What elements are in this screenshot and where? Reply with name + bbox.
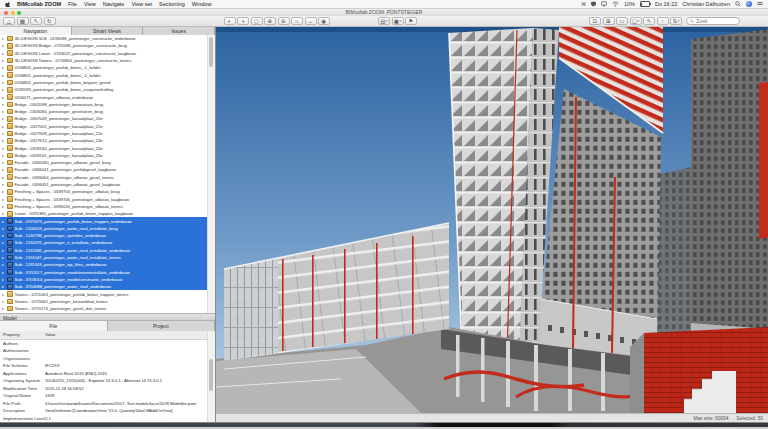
tree-row[interactable]: ▸ 3D-DESIGN Towers - 0726864_pontsteiger… xyxy=(0,57,215,64)
disclosure-triangle-icon[interactable]: ▸ xyxy=(2,95,7,100)
menu-item[interactable]: Navigate xyxy=(103,1,125,7)
select-tool-button[interactable]: ↖ xyxy=(30,17,42,25)
ghost-view-button[interactable]: ◑ xyxy=(237,17,249,25)
tree-row[interactable]: ▸ 0192093_pontsteiger_prefab_beton_caspa… xyxy=(0,86,215,93)
display-icon[interactable] xyxy=(601,1,607,7)
tree-row[interactable]: ▸ 0206071_pontsteiger_afbouw_onderbouw xyxy=(0,93,215,100)
tree-row[interactable]: ▸ Sub - 3702017_pontsteiger_noodstroomin… xyxy=(0,269,215,276)
disclosure-triangle-icon[interactable]: ▸ xyxy=(2,219,7,224)
panel-tab[interactable]: Issues xyxy=(143,27,215,35)
tree-row[interactable]: ▸ 0194800_pontsteiger_prefab_beton_-1_ke… xyxy=(0,64,215,71)
disclosure-triangle-icon[interactable]: ▸ xyxy=(2,197,7,202)
apple-logo-icon[interactable] xyxy=(5,1,10,7)
tree-row[interactable]: ▸ Finishing + Spaces - 0339706_pontsteig… xyxy=(0,196,215,203)
disclosure-triangle-icon[interactable]: ▸ xyxy=(2,226,7,231)
tree-row[interactable]: ▸ Facade - 0330090_pontsteiger_afbouw_ge… xyxy=(0,159,215,166)
menu-user-name[interactable]: Christian Dalhuizen xyxy=(682,1,730,7)
disclosure-triangle-icon[interactable]: ▸ xyxy=(2,204,7,209)
properties-scrollbar-thumb[interactable] xyxy=(209,359,213,391)
tree-row[interactable]: ▸ Sub - 0370375_pontsteiger_prefab_beton… xyxy=(0,217,215,224)
tree-scrollbar-thumb[interactable] xyxy=(209,37,213,67)
tree-row[interactable]: ▸ Finishing + Spaces - 0396024_pontsteig… xyxy=(0,203,215,210)
disclosure-triangle-icon[interactable]: ▸ xyxy=(2,116,7,121)
zoom-window-button[interactable] xyxy=(17,11,21,15)
tree-row[interactable]: ▸ Sub - 1100023_pontsteiger_water_riool_… xyxy=(0,225,215,232)
toolbar-search-field[interactable] xyxy=(686,17,740,25)
tree-row[interactable]: ▸ Sub - 1151047_pontsteiger_water_riool_… xyxy=(0,254,215,261)
model-tab[interactable]: Project xyxy=(108,321,216,331)
disclosure-triangle-icon[interactable]: ▸ xyxy=(2,138,7,143)
tree-row[interactable]: ▸ 0194801_pontsteiger_prefab_beton_-2_ke… xyxy=(0,71,215,78)
properties-scrollbar[interactable] xyxy=(207,331,215,422)
zoom-window-button[interactable]: ⊞ xyxy=(603,17,615,25)
disclosure-triangle-icon[interactable]: ▸ xyxy=(2,102,7,107)
measure-tool-button[interactable]: △ xyxy=(3,17,15,25)
tree-row[interactable]: ▸ Towers - 0725174_pontsteiger_gevel_dak… xyxy=(0,305,215,312)
tree-row[interactable]: ▸ Bridge - 0302098_pontsteiger_bouwstraa… xyxy=(0,101,215,108)
orbit-tool-button[interactable]: ↻ xyxy=(44,17,56,25)
menu-item[interactable]: Sectioning xyxy=(159,1,185,7)
tree-row[interactable]: ▸ Towers - 0725062_pontsteiger_binnenbla… xyxy=(0,298,215,305)
battery-icon[interactable] xyxy=(640,1,650,7)
menu-item[interactable]: File xyxy=(68,1,77,7)
disclosure-triangle-icon[interactable]: ▸ xyxy=(2,87,7,92)
tree-row[interactable]: ▸ Bridge - 0327609_pontsteiger_kanaalpla… xyxy=(0,130,215,137)
tree-scrollbar[interactable] xyxy=(207,35,215,313)
section-grid-tool-button[interactable]: ▦ xyxy=(17,17,29,25)
flag-button[interactable]: ⚑ xyxy=(405,17,417,25)
tree-row[interactable]: ▸ Sub - 1140798_pontsteiger_sprinkler_on… xyxy=(0,232,215,239)
disclosure-triangle-icon[interactable]: ▸ xyxy=(2,73,7,78)
menu-clock[interactable]: Do 16:22 xyxy=(655,1,677,7)
tree-row[interactable]: ▸ Facade - 0336041_pontsteiger_prefabgev… xyxy=(0,166,215,173)
disclosure-triangle-icon[interactable]: ▸ xyxy=(2,131,7,136)
tree-row[interactable]: ▸ Towers - 0721063_pontsteiger_prefab_be… xyxy=(0,290,215,297)
tree-row[interactable]: ▸ 3D-DESIGN Bridge - 0720096_pontsteiger… xyxy=(0,42,215,49)
disclosure-triangle-icon[interactable]: ▸ xyxy=(2,43,7,48)
model-section-header[interactable]: Model xyxy=(0,313,215,321)
zoom-fit-button[interactable]: ⊡ xyxy=(589,17,601,25)
hidden-line-view-button[interactable]: ◻ xyxy=(251,17,263,25)
disclosure-triangle-icon[interactable]: ▸ xyxy=(2,240,7,245)
disclosure-triangle-icon[interactable]: ▸ xyxy=(2,284,7,289)
disclosure-triangle-icon[interactable]: ▸ xyxy=(2,80,7,85)
zoom-out-button[interactable]: ⊖ xyxy=(278,17,290,25)
tree-row[interactable]: ▸ 0194802_pontsteiger_prefab_beton_began… xyxy=(0,79,215,86)
tree-row[interactable]: ▸ Bridge - 0305084_pontsteiger_gevelstee… xyxy=(0,108,215,115)
tree-row[interactable]: ▸ Facade - 0336064_pontsteiger_afbouw_ge… xyxy=(0,174,215,181)
disclosure-triangle-icon[interactable]: ▸ xyxy=(2,182,7,187)
tree-row[interactable]: ▸ Bridge - 0328161_pontsteiger_kanaalpla… xyxy=(0,152,215,159)
minimize-window-button[interactable] xyxy=(11,11,15,15)
disclosure-triangle-icon[interactable]: ▸ xyxy=(2,58,7,63)
panel-tab[interactable]: Navigation xyxy=(0,27,72,35)
edit-button[interactable]: ✎ xyxy=(643,17,655,25)
model-tab[interactable]: File xyxy=(0,321,108,331)
menu-item[interactable]: View set xyxy=(131,1,152,7)
siri-icon[interactable] xyxy=(746,1,752,7)
search-input[interactable] xyxy=(696,18,736,24)
disclosure-triangle-icon[interactable]: ▸ xyxy=(2,175,7,180)
disclosure-triangle-icon[interactable]: ▸ xyxy=(2,277,7,282)
tree-row[interactable]: ▸ Finishing + Spaces - 0339704_pontsteig… xyxy=(0,188,215,195)
tree-row[interactable]: ▸ Sub - 1191003_pontsteiger_wp_kfws_onde… xyxy=(0,261,215,268)
3d-viewport[interactable]: Max size: 60094 Selected: 50 xyxy=(215,27,768,422)
disclosure-triangle-icon[interactable]: ▸ xyxy=(2,65,7,70)
disclosure-triangle-icon[interactable]: ▸ xyxy=(2,153,7,158)
tree-row[interactable]: ▸ Bridge - 0307049_pontsteiger_kanaalpla… xyxy=(0,115,215,122)
menu-item[interactable]: Window xyxy=(192,1,212,7)
disclosure-triangle-icon[interactable]: ▸ xyxy=(2,124,7,129)
zoom-in-button[interactable]: ⊕ xyxy=(264,17,276,25)
wifi-icon[interactable] xyxy=(612,1,619,7)
tree-row[interactable]: ▸ 3D-DESIGN SLB - 0193085_pontsteiger_co… xyxy=(0,35,215,42)
disclosure-triangle-icon[interactable]: ▸ xyxy=(2,36,7,41)
disclosure-triangle-icon[interactable]: ▸ xyxy=(2,270,7,275)
disclosure-triangle-icon[interactable]: ▸ xyxy=(2,248,7,253)
disclosure-triangle-icon[interactable]: ▸ xyxy=(2,211,7,216)
tree-row[interactable]: ▸ Bridge - 0328160_pontsteiger_kanaalpla… xyxy=(0,144,215,151)
clipping-plane-button[interactable]: ▤▾ xyxy=(378,17,390,25)
shield-icon[interactable] xyxy=(591,1,596,7)
disclosure-triangle-icon[interactable]: ▸ xyxy=(2,306,7,311)
disclosure-triangle-icon[interactable]: ▸ xyxy=(2,292,7,297)
tree-row[interactable]: ▸ Sub - 3703014_pontsteiger_modelconstru… xyxy=(0,276,215,283)
close-window-button[interactable] xyxy=(4,11,8,15)
disclosure-triangle-icon[interactable]: ▸ xyxy=(2,262,7,267)
